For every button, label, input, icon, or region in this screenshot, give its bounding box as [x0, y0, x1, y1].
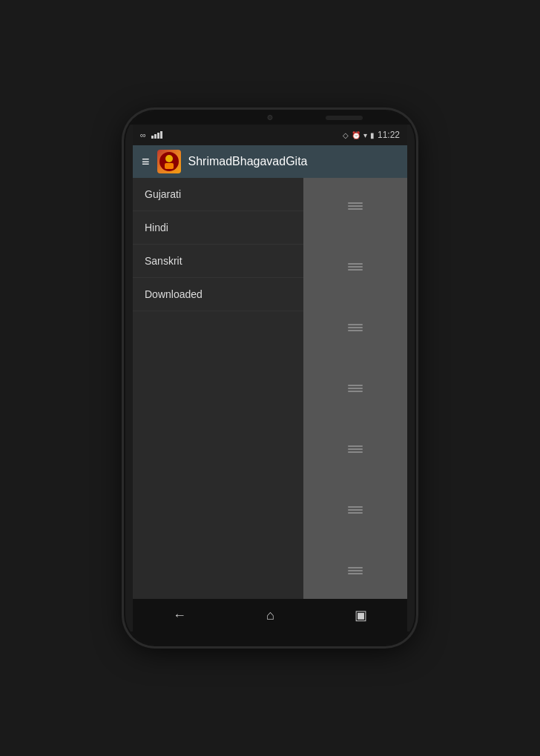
status-right: ◇ ⏰ ▾ ▮ 11:22	[343, 130, 400, 140]
menu-icon[interactable]: ≡	[142, 154, 150, 170]
voicemail-icon: ∞	[140, 130, 147, 139]
phone-device: ∞ ◇ ⏰ ▾ ▮ 11:22 ≡	[125, 111, 415, 645]
speaker	[326, 116, 363, 120]
alarm-icon: ⏰	[352, 131, 360, 139]
signal-icon	[151, 131, 162, 139]
app-icon	[157, 150, 181, 173]
front-camera	[268, 115, 273, 120]
scroll-grip-7	[303, 546, 407, 596]
status-bar: ∞ ◇ ⏰ ▾ ▮ 11:22	[133, 125, 407, 145]
svg-rect-2	[165, 163, 174, 169]
app-title: ShrimadBhagavadGita	[188, 155, 308, 168]
phone-top	[125, 111, 415, 125]
scroll-grip-4	[303, 363, 407, 413]
back-button[interactable]: ←	[158, 602, 201, 629]
status-left: ∞	[140, 130, 162, 139]
nav-item-hindi[interactable]: Hindi	[133, 211, 303, 245]
wifi-icon: ▾	[363, 131, 367, 139]
svg-point-1	[165, 155, 173, 162]
scroll-grip-6	[303, 485, 407, 535]
scroll-grip-5	[303, 425, 407, 474]
recent-apps-button[interactable]: ▣	[340, 601, 382, 629]
nav-drawer: Gujarati Hindi Sanskrit Downloaded	[133, 178, 303, 599]
content-area: Gujarati Hindi Sanskrit Downloaded	[133, 178, 407, 599]
nav-item-sanskrit[interactable]: Sanskrit	[133, 245, 303, 278]
scroll-grip-2	[303, 242, 407, 291]
phone-screen: ∞ ◇ ⏰ ▾ ▮ 11:22 ≡	[133, 125, 407, 631]
status-time: 11:22	[378, 130, 400, 140]
action-bar: ≡ ShrimadBhagavadGita	[133, 145, 407, 178]
nav-item-downloaded[interactable]: Downloaded	[133, 278, 303, 311]
scroll-grip-1	[303, 181, 407, 231]
nav-item-gujarati[interactable]: Gujarati	[133, 178, 303, 211]
battery-icon: ▮	[370, 131, 375, 139]
diamond-icon: ◇	[343, 131, 349, 139]
nav-bar: ← ⌂ ▣	[133, 599, 407, 631]
scroll-grip-3	[303, 302, 407, 352]
phone-bottom	[125, 631, 415, 645]
right-panel	[303, 178, 407, 599]
home-button[interactable]: ⌂	[251, 602, 289, 629]
